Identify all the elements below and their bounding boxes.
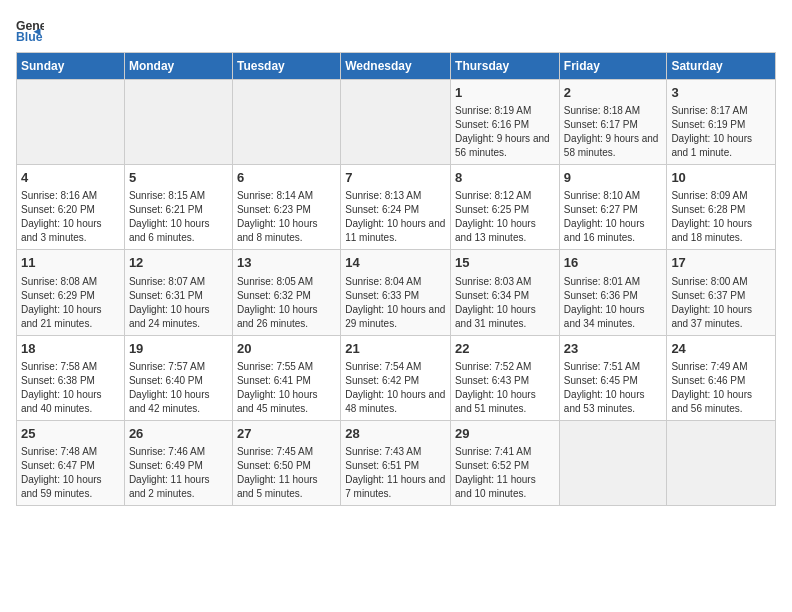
calendar-cell: 17Sunrise: 8:00 AM Sunset: 6:37 PM Dayli…: [667, 250, 776, 335]
calendar-cell: 16Sunrise: 8:01 AM Sunset: 6:36 PM Dayli…: [559, 250, 667, 335]
day-info: Sunrise: 8:12 AM Sunset: 6:25 PM Dayligh…: [455, 189, 555, 245]
week-row-4: 25Sunrise: 7:48 AM Sunset: 6:47 PM Dayli…: [17, 420, 776, 505]
calendar-cell: [17, 80, 125, 165]
header-monday: Monday: [124, 53, 232, 80]
day-number: 23: [564, 340, 663, 358]
page-header: General Blue: [16, 16, 776, 44]
day-number: 26: [129, 425, 228, 443]
week-row-1: 4Sunrise: 8:16 AM Sunset: 6:20 PM Daylig…: [17, 165, 776, 250]
calendar-cell: [667, 420, 776, 505]
day-number: 22: [455, 340, 555, 358]
day-number: 2: [564, 84, 663, 102]
calendar-cell: 12Sunrise: 8:07 AM Sunset: 6:31 PM Dayli…: [124, 250, 232, 335]
calendar-cell: 3Sunrise: 8:17 AM Sunset: 6:19 PM Daylig…: [667, 80, 776, 165]
calendar-cell: 27Sunrise: 7:45 AM Sunset: 6:50 PM Dayli…: [232, 420, 340, 505]
calendar-cell: 24Sunrise: 7:49 AM Sunset: 6:46 PM Dayli…: [667, 335, 776, 420]
day-number: 10: [671, 169, 771, 187]
day-info: Sunrise: 8:01 AM Sunset: 6:36 PM Dayligh…: [564, 275, 663, 331]
day-info: Sunrise: 8:00 AM Sunset: 6:37 PM Dayligh…: [671, 275, 771, 331]
header-sunday: Sunday: [17, 53, 125, 80]
day-info: Sunrise: 8:19 AM Sunset: 6:16 PM Dayligh…: [455, 104, 555, 160]
day-number: 25: [21, 425, 120, 443]
day-number: 19: [129, 340, 228, 358]
calendar-cell: 18Sunrise: 7:58 AM Sunset: 6:38 PM Dayli…: [17, 335, 125, 420]
day-number: 14: [345, 254, 446, 272]
day-info: Sunrise: 7:43 AM Sunset: 6:51 PM Dayligh…: [345, 445, 446, 501]
calendar-cell: 22Sunrise: 7:52 AM Sunset: 6:43 PM Dayli…: [451, 335, 560, 420]
day-number: 16: [564, 254, 663, 272]
week-row-2: 11Sunrise: 8:08 AM Sunset: 6:29 PM Dayli…: [17, 250, 776, 335]
day-number: 18: [21, 340, 120, 358]
calendar-header: SundayMondayTuesdayWednesdayThursdayFrid…: [17, 53, 776, 80]
header-saturday: Saturday: [667, 53, 776, 80]
calendar-cell: 28Sunrise: 7:43 AM Sunset: 6:51 PM Dayli…: [341, 420, 451, 505]
day-info: Sunrise: 7:51 AM Sunset: 6:45 PM Dayligh…: [564, 360, 663, 416]
day-number: 27: [237, 425, 336, 443]
day-number: 28: [345, 425, 446, 443]
header-friday: Friday: [559, 53, 667, 80]
calendar-cell: 10Sunrise: 8:09 AM Sunset: 6:28 PM Dayli…: [667, 165, 776, 250]
day-info: Sunrise: 8:17 AM Sunset: 6:19 PM Dayligh…: [671, 104, 771, 160]
day-number: 8: [455, 169, 555, 187]
calendar-cell: 23Sunrise: 7:51 AM Sunset: 6:45 PM Dayli…: [559, 335, 667, 420]
calendar-cell: 11Sunrise: 8:08 AM Sunset: 6:29 PM Dayli…: [17, 250, 125, 335]
day-info: Sunrise: 7:49 AM Sunset: 6:46 PM Dayligh…: [671, 360, 771, 416]
day-info: Sunrise: 7:45 AM Sunset: 6:50 PM Dayligh…: [237, 445, 336, 501]
calendar-cell: 14Sunrise: 8:04 AM Sunset: 6:33 PM Dayli…: [341, 250, 451, 335]
day-number: 13: [237, 254, 336, 272]
day-number: 24: [671, 340, 771, 358]
calendar-cell: 1Sunrise: 8:19 AM Sunset: 6:16 PM Daylig…: [451, 80, 560, 165]
day-number: 21: [345, 340, 446, 358]
calendar-cell: 19Sunrise: 7:57 AM Sunset: 6:40 PM Dayli…: [124, 335, 232, 420]
calendar-cell: 5Sunrise: 8:15 AM Sunset: 6:21 PM Daylig…: [124, 165, 232, 250]
calendar-cell: [559, 420, 667, 505]
day-info: Sunrise: 8:04 AM Sunset: 6:33 PM Dayligh…: [345, 275, 446, 331]
calendar-cell: 6Sunrise: 8:14 AM Sunset: 6:23 PM Daylig…: [232, 165, 340, 250]
day-info: Sunrise: 7:46 AM Sunset: 6:49 PM Dayligh…: [129, 445, 228, 501]
calendar-cell: 4Sunrise: 8:16 AM Sunset: 6:20 PM Daylig…: [17, 165, 125, 250]
day-info: Sunrise: 8:05 AM Sunset: 6:32 PM Dayligh…: [237, 275, 336, 331]
calendar-table: SundayMondayTuesdayWednesdayThursdayFrid…: [16, 52, 776, 506]
day-number: 6: [237, 169, 336, 187]
day-info: Sunrise: 7:54 AM Sunset: 6:42 PM Dayligh…: [345, 360, 446, 416]
day-info: Sunrise: 7:55 AM Sunset: 6:41 PM Dayligh…: [237, 360, 336, 416]
day-info: Sunrise: 7:48 AM Sunset: 6:47 PM Dayligh…: [21, 445, 120, 501]
calendar-cell: 7Sunrise: 8:13 AM Sunset: 6:24 PM Daylig…: [341, 165, 451, 250]
day-number: 3: [671, 84, 771, 102]
calendar-cell: 8Sunrise: 8:12 AM Sunset: 6:25 PM Daylig…: [451, 165, 560, 250]
day-info: Sunrise: 7:41 AM Sunset: 6:52 PM Dayligh…: [455, 445, 555, 501]
day-info: Sunrise: 8:15 AM Sunset: 6:21 PM Dayligh…: [129, 189, 228, 245]
header-thursday: Thursday: [451, 53, 560, 80]
day-info: Sunrise: 8:09 AM Sunset: 6:28 PM Dayligh…: [671, 189, 771, 245]
calendar-cell: 25Sunrise: 7:48 AM Sunset: 6:47 PM Dayli…: [17, 420, 125, 505]
header-wednesday: Wednesday: [341, 53, 451, 80]
day-info: Sunrise: 8:18 AM Sunset: 6:17 PM Dayligh…: [564, 104, 663, 160]
calendar-cell: 20Sunrise: 7:55 AM Sunset: 6:41 PM Dayli…: [232, 335, 340, 420]
calendar-cell: 29Sunrise: 7:41 AM Sunset: 6:52 PM Dayli…: [451, 420, 560, 505]
calendar-cell: 2Sunrise: 8:18 AM Sunset: 6:17 PM Daylig…: [559, 80, 667, 165]
day-info: Sunrise: 7:52 AM Sunset: 6:43 PM Dayligh…: [455, 360, 555, 416]
logo: General Blue: [16, 16, 48, 44]
calendar-cell: 15Sunrise: 8:03 AM Sunset: 6:34 PM Dayli…: [451, 250, 560, 335]
day-info: Sunrise: 8:08 AM Sunset: 6:29 PM Dayligh…: [21, 275, 120, 331]
calendar-cell: [232, 80, 340, 165]
calendar-cell: 9Sunrise: 8:10 AM Sunset: 6:27 PM Daylig…: [559, 165, 667, 250]
calendar-cell: [341, 80, 451, 165]
day-number: 15: [455, 254, 555, 272]
calendar-cell: 13Sunrise: 8:05 AM Sunset: 6:32 PM Dayli…: [232, 250, 340, 335]
day-info: Sunrise: 8:07 AM Sunset: 6:31 PM Dayligh…: [129, 275, 228, 331]
day-number: 12: [129, 254, 228, 272]
calendar-cell: 26Sunrise: 7:46 AM Sunset: 6:49 PM Dayli…: [124, 420, 232, 505]
day-info: Sunrise: 7:58 AM Sunset: 6:38 PM Dayligh…: [21, 360, 120, 416]
svg-text:Blue: Blue: [16, 30, 43, 44]
day-info: Sunrise: 8:10 AM Sunset: 6:27 PM Dayligh…: [564, 189, 663, 245]
calendar-cell: 21Sunrise: 7:54 AM Sunset: 6:42 PM Dayli…: [341, 335, 451, 420]
week-row-0: 1Sunrise: 8:19 AM Sunset: 6:16 PM Daylig…: [17, 80, 776, 165]
logo-icon: General Blue: [16, 16, 44, 44]
day-number: 1: [455, 84, 555, 102]
day-info: Sunrise: 8:16 AM Sunset: 6:20 PM Dayligh…: [21, 189, 120, 245]
day-number: 5: [129, 169, 228, 187]
day-number: 29: [455, 425, 555, 443]
day-number: 7: [345, 169, 446, 187]
day-info: Sunrise: 8:14 AM Sunset: 6:23 PM Dayligh…: [237, 189, 336, 245]
